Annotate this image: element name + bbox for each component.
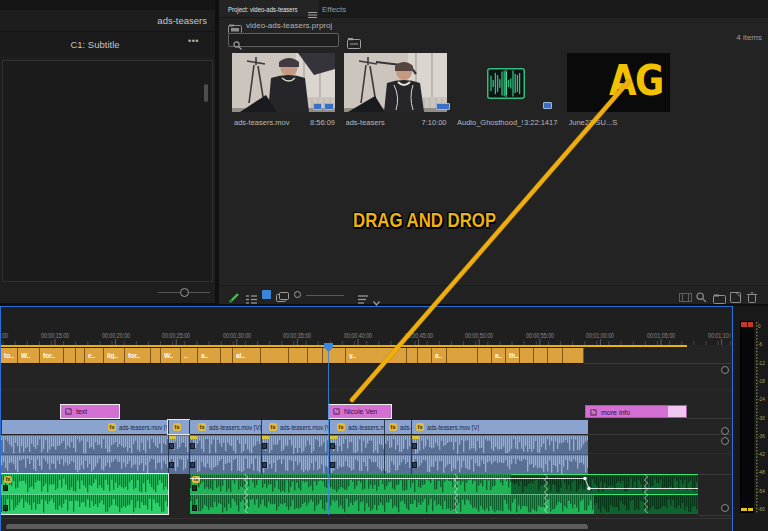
meter-level-right bbox=[748, 508, 754, 511]
new-item-icon[interactable] bbox=[730, 289, 741, 307]
caption-clip[interactable]: e.. bbox=[85, 348, 104, 363]
caption-clip[interactable] bbox=[407, 348, 418, 363]
project-item[interactable]: ads-teasers.mov8:56:09 bbox=[232, 53, 344, 129]
thumb-zoom-knob[interactable] bbox=[294, 291, 301, 298]
through-edit-zigzag bbox=[454, 474, 458, 518]
caption-clip[interactable] bbox=[221, 348, 233, 363]
item-name[interactable]: Audio_Ghosthood_Si.. bbox=[457, 118, 523, 127]
meter-scale-label: -30 bbox=[758, 415, 767, 421]
video-clip[interactable]: fx bbox=[168, 420, 189, 434]
caption-list-scrollbar[interactable] bbox=[204, 84, 208, 102]
caption-clip[interactable] bbox=[520, 348, 534, 363]
pen-tool-icon[interactable] bbox=[229, 289, 240, 307]
caption-clip[interactable] bbox=[478, 348, 492, 363]
left-zoom-slider-knob[interactable] bbox=[180, 288, 189, 297]
pink-clip[interactable]: fxtext bbox=[61, 405, 119, 418]
video-clip[interactable]: fxads-teasers.mov [V] bbox=[189, 420, 261, 434]
keyframe-marker bbox=[330, 436, 337, 439]
delete-icon[interactable] bbox=[747, 289, 757, 307]
caption-clip-label: lig.. bbox=[107, 352, 118, 359]
caption-clip[interactable]: al.. bbox=[233, 348, 261, 363]
caption-clip[interactable] bbox=[534, 348, 548, 363]
bin-path[interactable]: video-ads-teasers.prproj bbox=[246, 21, 332, 30]
caption-clip[interactable] bbox=[64, 348, 76, 363]
pink-clip[interactable]: fxNicole Ven bbox=[329, 405, 391, 418]
panel-menu-button[interactable]: ••• bbox=[188, 36, 199, 46]
caption-clip[interactable] bbox=[418, 348, 432, 363]
media-type-badge bbox=[324, 103, 334, 110]
tab-effects[interactable]: Effects bbox=[322, 5, 346, 14]
project-item[interactable]: Audio_Ghosthood_Si..3:22:14174 bbox=[455, 53, 567, 129]
audio-waveform-icon bbox=[487, 68, 525, 103]
channel-badge bbox=[330, 443, 335, 449]
caption-clip[interactable]: a.. bbox=[492, 348, 506, 363]
video-clip-label: ads-teasers.m bbox=[348, 424, 385, 431]
caption-clip[interactable]: lig.. bbox=[104, 348, 125, 363]
audio-clip-green[interactable]: fx bbox=[190, 474, 698, 514]
find-icon[interactable] bbox=[696, 289, 707, 307]
track-scroll-handle[interactable] bbox=[721, 437, 729, 445]
caption-list-area bbox=[2, 60, 213, 282]
timeline-ruler[interactable]: 00:00:10:0000:00:15:0000:00:20:0000:00:2… bbox=[1, 307, 731, 345]
video-clip[interactable]: fxads-teasers.mov [V] bbox=[411, 420, 588, 434]
tab-ads-teasers[interactable]: ads-teasers bbox=[157, 15, 207, 26]
caption-clip[interactable]: th.. bbox=[506, 348, 520, 363]
pink-clip[interactable]: fxmore info bbox=[585, 405, 687, 418]
track-separator-right bbox=[698, 515, 731, 516]
channel-badge bbox=[330, 462, 335, 468]
caption-clip[interactable] bbox=[151, 348, 161, 363]
track-scroll-handle[interactable] bbox=[721, 427, 729, 435]
grid-view-icon[interactable] bbox=[262, 290, 271, 299]
new-search-bin-icon[interactable] bbox=[347, 35, 361, 53]
fx-badge: fx bbox=[333, 408, 340, 415]
video-clip[interactable]: fxads-teasers.m bbox=[329, 420, 384, 434]
caption-clip[interactable] bbox=[308, 348, 323, 363]
caption-clip-label: th.. bbox=[509, 352, 519, 359]
channel-badge bbox=[169, 462, 174, 468]
caption-clip[interactable] bbox=[289, 348, 308, 363]
caption-clip[interactable] bbox=[261, 348, 289, 363]
video-clip[interactable]: fxads-t bbox=[384, 420, 411, 434]
caption-track: to..W..for..e..lig..for..W....a..al..y..… bbox=[1, 348, 584, 363]
caption-clip[interactable] bbox=[548, 348, 563, 363]
video-clip[interactable]: fxads-teasers.mov [V] bbox=[1, 420, 168, 434]
sort-icon[interactable] bbox=[358, 290, 369, 308]
audio-clip-boundary bbox=[189, 435, 190, 474]
caption-clip[interactable]: W.. bbox=[161, 348, 181, 363]
item-name[interactable]: ads-teasers bbox=[346, 118, 412, 127]
caption-clip[interactable]: .. bbox=[181, 348, 198, 363]
automate-sequence-icon[interactable] bbox=[679, 289, 692, 307]
track-scroll-handle[interactable] bbox=[721, 504, 729, 512]
channel-badge bbox=[169, 443, 174, 449]
caption-clip[interactable]: for.. bbox=[40, 348, 64, 363]
media-type-badge bbox=[543, 102, 552, 109]
freeform-view-icon[interactable] bbox=[276, 289, 289, 307]
caption-clip[interactable]: to.. bbox=[1, 348, 18, 363]
caption-clip[interactable] bbox=[563, 348, 584, 363]
caption-clip[interactable] bbox=[76, 348, 85, 363]
video-clip[interactable]: fxads-teasers.mov [V] bbox=[261, 420, 329, 434]
track-separator-right bbox=[584, 363, 731, 364]
timeline-h-scrollbar[interactable] bbox=[6, 524, 588, 529]
caption-clip[interactable] bbox=[447, 348, 478, 363]
fx-badge: fx bbox=[108, 423, 116, 431]
caption-clip[interactable]: for.. bbox=[125, 348, 151, 363]
new-bin-icon[interactable] bbox=[713, 290, 726, 308]
caption-clip[interactable]: a.. bbox=[432, 348, 447, 363]
volume-keyframe-line[interactable] bbox=[190, 474, 698, 518]
caption-clip[interactable]: a.. bbox=[198, 348, 221, 363]
audio-waveform bbox=[1, 435, 588, 478]
project-item[interactable]: ads-teasers7:10:00 bbox=[344, 53, 456, 129]
caption-clip[interactable]: y.. bbox=[346, 348, 407, 363]
item-name[interactable]: June23-SU...S bbox=[569, 118, 635, 127]
through-edit-zigzag bbox=[544, 474, 548, 518]
audio-clip-green[interactable]: fx bbox=[1, 474, 168, 514]
project-item[interactable]: AGJune23-SU...S bbox=[567, 53, 679, 129]
search-input[interactable] bbox=[228, 33, 339, 47]
audio-track-a1[interactable] bbox=[1, 435, 588, 474]
timeline-panel: 00:00:10:0000:00:15:0000:00:20:0000:00:2… bbox=[0, 306, 733, 531]
item-name[interactable]: ads-teasers.mov bbox=[234, 118, 300, 127]
track-scroll-handle[interactable] bbox=[721, 366, 729, 374]
caption-clip[interactable]: W.. bbox=[18, 348, 40, 363]
tab-project[interactable]: Project: video-ads-teasers bbox=[228, 5, 298, 14]
